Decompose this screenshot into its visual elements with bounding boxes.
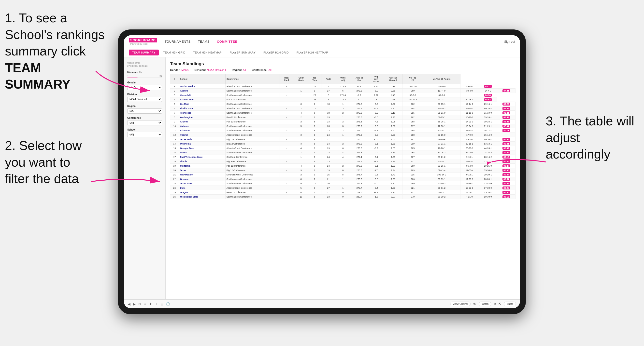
data-cell: -: [280, 164, 294, 168]
tab-team-h2h-heatmap[interactable]: TEAM H2H HEATMAP: [190, 50, 225, 55]
table-row: 20TexasBig 12 Conference-37198278.60.71.…: [170, 168, 516, 173]
table-area: Team Standings Gender: Men's Division: N…: [166, 57, 520, 299]
data-cell: 100-27-1: [402, 97, 423, 102]
data-cell: 14: [170, 142, 179, 146]
watch-button[interactable]: Watch: [479, 302, 491, 306]
data-cell: 8: [308, 159, 321, 164]
data-cell: 66-42-1: [423, 190, 460, 195]
conference-cell: Southeastern Conference: [225, 195, 280, 199]
data-cell: -5.8: [368, 177, 384, 181]
table-row: 15Georgia TechAtlantic Coast Conference-…: [170, 146, 516, 151]
data-cell: 1: [294, 159, 308, 164]
tab-team-h2h-grid[interactable]: TEAM H2H GRID: [160, 50, 189, 55]
data-cell: 2: [294, 173, 308, 177]
data-cell: 72-30-1: [423, 124, 460, 128]
data-cell: 4: [294, 111, 308, 115]
data-cell: -: [280, 190, 294, 195]
data-cell: 10-30-0: [479, 195, 497, 199]
data-cell: 9: [308, 173, 321, 177]
tab-team-summary[interactable]: TEAM SUMMARY: [129, 50, 159, 55]
data-cell: 271.4: [336, 93, 350, 97]
copy-icon[interactable]: ⧉: [494, 302, 496, 306]
data-cell: 1: [336, 186, 350, 190]
table-row: 26Mississippi StateSoutheastern Conferen…: [170, 195, 516, 199]
forward-icon[interactable]: ▶: [133, 302, 136, 306]
data-cell: 269: [402, 168, 423, 173]
school-name-cell: Texas A&M: [179, 181, 225, 186]
nav-teams[interactable]: TEAMS: [198, 40, 210, 43]
arrow-3: [487, 152, 551, 172]
back-icon[interactable]: ◀: [128, 302, 130, 306]
data-cell: 39-20-1: [479, 115, 497, 120]
conference-select[interactable]: (All): [127, 120, 162, 125]
share-icon-bottom[interactable]: ⬆: [149, 302, 152, 306]
data-cell: 262: [402, 115, 423, 120]
conference-cell: Southeastern Conference: [225, 128, 280, 133]
data-cell: -: [280, 124, 294, 128]
region-select[interactable]: N/A All: [127, 108, 162, 114]
expand-icon[interactable]: ⇱: [498, 302, 502, 306]
data-cell: 280.7: [350, 195, 368, 199]
data-cell: -: [280, 102, 294, 106]
school-name-cell: Oklahoma: [179, 142, 225, 146]
table-row: 13Texas TechBig 12 Conference-19272276.0…: [170, 137, 516, 142]
sign-out-link[interactable]: Sign out: [504, 40, 515, 43]
points-cell: 82.98: [497, 186, 515, 190]
data-cell: 1.86: [384, 124, 402, 128]
data-cell: 215: [402, 173, 423, 177]
data-cell: 4: [170, 97, 179, 102]
reload-icon[interactable]: ↻: [138, 302, 141, 306]
add-tab-icon[interactable]: ＋: [154, 302, 158, 306]
data-cell: -: [280, 168, 294, 173]
table-row: 4Arizona StatePac-12 Conference-1264274.…: [170, 97, 516, 102]
data-cell: 23-13-0: [460, 128, 479, 133]
data-cell: 1: [294, 137, 308, 142]
data-cell: 54-4-0: [479, 89, 497, 93]
data-cell: 9: [308, 137, 321, 142]
data-cell: -: [280, 181, 294, 186]
school-name-cell: Duke: [179, 186, 225, 190]
grid-icon[interactable]: ⊞: [160, 302, 164, 306]
filter-conference: Conference (All): [127, 117, 162, 125]
data-cell: 2.70: [368, 84, 384, 89]
data-cell: 0: [336, 195, 350, 199]
table-row: 18IllinoisBig Ten Conference-18231279.1-…: [170, 159, 516, 164]
school-select[interactable]: (All): [127, 132, 162, 137]
data-cell: 6: [336, 146, 350, 151]
data-cell: 30: [321, 181, 336, 186]
nav-committee[interactable]: COMMITTEE: [217, 40, 237, 43]
data-cell: 40-38-2: [479, 137, 497, 142]
view-original-button[interactable]: View: Original: [450, 302, 471, 306]
tab-player-h2h-grid[interactable]: PLAYER H2H GRID: [260, 50, 292, 55]
conference-cell: Southeastern Conference: [225, 124, 280, 128]
data-cell: 23: [321, 159, 336, 164]
col-rnds: Rnds: [321, 74, 336, 84]
clock-icon[interactable]: 🕐: [166, 302, 170, 306]
tab-player-summary[interactable]: PLAYER SUMMARY: [226, 50, 259, 55]
data-cell: 12: [170, 133, 179, 137]
tab-player-h2h-heatmap[interactable]: PLAYER H2H HEATMAP: [293, 50, 332, 55]
bookmark-icon[interactable]: ☆: [144, 302, 147, 306]
data-cell: [460, 93, 479, 97]
data-cell: 1.53: [384, 164, 402, 168]
col-wins: WinsAdj: [336, 74, 350, 84]
data-cell: 19: [170, 164, 179, 168]
data-cell: 2: [170, 89, 179, 93]
data-cell: 266: [402, 177, 423, 181]
share-button[interactable]: Share: [504, 302, 516, 306]
conference-cell: Pac-12 Conference: [225, 115, 280, 120]
data-cell: -6.0: [368, 115, 384, 120]
gender-filter-pill: Gender: Men's: [170, 68, 188, 71]
conference-cell: Atlantic Coast Conference: [225, 84, 280, 89]
data-cell: 4-21-0: [460, 195, 479, 199]
data-cell: 8: [294, 190, 308, 195]
data-cell: 60-39-2: [423, 195, 460, 199]
data-cell: 30-4-0: [460, 89, 479, 93]
col-avg-par: Avg. toPar: [350, 74, 368, 84]
data-cell: 3: [294, 133, 308, 137]
data-cell: 1.55: [384, 155, 402, 159]
nav-tournaments[interactable]: TOURNAMENTS: [164, 40, 191, 43]
division-select[interactable]: NCAA Division I NCAA Division II NCAA Di…: [127, 97, 162, 102]
data-cell: 23: [321, 128, 336, 133]
points-cell: 85.58: [479, 97, 497, 102]
